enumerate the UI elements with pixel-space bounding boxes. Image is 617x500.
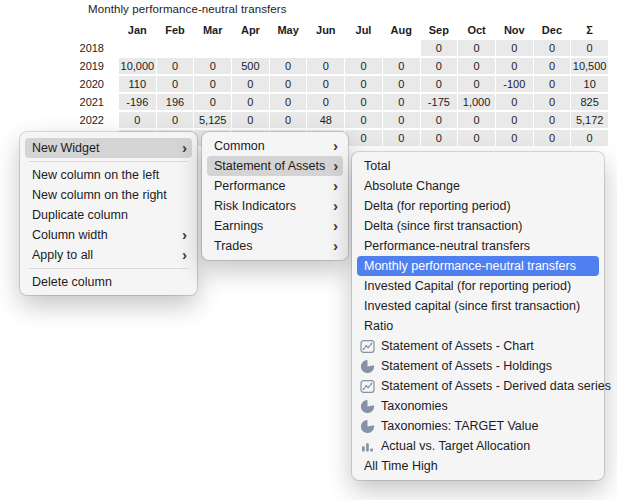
table-cell	[194, 40, 231, 56]
menu-item-monthly-performance-neutral-transfers[interactable]: Monthly performance-neutral transfers	[357, 256, 599, 276]
menu-item-label: Invested Capital (for reporting period)	[364, 276, 594, 296]
table-cell: 0	[383, 76, 420, 92]
menu-item-label: Statement of Assets - Derived data serie…	[381, 376, 611, 396]
table-cell: 0	[270, 76, 307, 92]
menu-item-label: Performance-neutral transfers	[364, 236, 594, 256]
column-header-jun: Jun	[307, 22, 344, 38]
row-year-label: 2021	[4, 94, 118, 110]
table-cell: 0	[421, 76, 458, 92]
table-cell: 110	[119, 76, 156, 92]
menu-item-duplicate-column[interactable]: Duplicate column	[20, 205, 197, 225]
submenu-chevron-icon: ›	[333, 216, 338, 236]
menu-item-label: Duplicate column	[32, 205, 187, 225]
table-cell: 0	[496, 40, 533, 56]
table-corner-cell	[4, 22, 118, 38]
table-cell: 0	[421, 130, 458, 146]
column-header-oct: Oct	[458, 22, 495, 38]
submenu-chevron-icon: ›	[333, 136, 338, 156]
column-header-blank: Σ	[571, 22, 608, 38]
menu-item-label: Earnings	[214, 216, 325, 236]
menu-item-delete-column[interactable]: Delete column	[20, 272, 197, 292]
table-cell: 0	[232, 76, 269, 92]
pie-chart-icon	[360, 359, 375, 374]
menu-item-total[interactable]: Total	[352, 156, 604, 176]
table-cell: 0	[270, 94, 307, 110]
table-cell: 0	[157, 58, 194, 74]
menu-item-ratio[interactable]: Ratio	[352, 316, 604, 336]
table-cell: 0	[345, 58, 382, 74]
table-cell: 0	[571, 40, 608, 56]
menu-item-delta-since-first-transaction[interactable]: Delta (since first transaction)	[352, 216, 604, 236]
column-header-sep: Sep	[421, 22, 458, 38]
statement-of-assets-submenu: TotalAbsolute ChangeDelta (for reporting…	[352, 152, 604, 480]
submenu-chevron-icon: ›	[333, 196, 338, 216]
menu-item-statement-of-assets-derived-data-series[interactable]: Statement of Assets - Derived data serie…	[352, 376, 604, 396]
table-cell: 0	[421, 112, 458, 128]
menu-item-statement-of-assets-chart[interactable]: Statement of Assets - Chart	[352, 336, 604, 356]
table-cell: 0	[157, 112, 194, 128]
menu-item-earnings[interactable]: Earnings›	[202, 216, 348, 236]
menu-item-label: Delta (for reporting period)	[364, 196, 594, 216]
submenu-chevron-icon: ›	[333, 156, 338, 176]
column-header-mar: Mar	[194, 22, 231, 38]
menu-item-actual-vs-target-allocation[interactable]: Actual vs. Target Allocation	[352, 436, 604, 456]
table-cell: -100	[496, 76, 533, 92]
table-cell	[232, 40, 269, 56]
table-cell: 0	[307, 58, 344, 74]
table-cell: 0	[458, 130, 495, 146]
column-header-may: May	[270, 22, 307, 38]
table-cell: 0	[383, 94, 420, 110]
table-cell: 0	[458, 40, 495, 56]
menu-item-label: New Widget	[32, 138, 174, 158]
table-cell: 0	[458, 112, 495, 128]
table-cell: 0	[345, 94, 382, 110]
menu-item-risk-indicators[interactable]: Risk Indicators›	[202, 196, 348, 216]
menu-item-taxonomies-target-value[interactable]: Taxonomies: TARGET Value	[352, 416, 604, 436]
menu-item-label: Monthly performance-neutral transfers	[364, 256, 594, 276]
table-cell: -175	[421, 94, 458, 110]
table-cell: 0	[534, 76, 571, 92]
table-cell: 0	[383, 58, 420, 74]
menu-item-label: Total	[364, 156, 594, 176]
menu-item-label: Column width	[32, 225, 174, 245]
menu-item-performance-neutral-transfers[interactable]: Performance-neutral transfers	[352, 236, 604, 256]
menu-item-new-column-on-the-right[interactable]: New column on the right	[20, 185, 197, 205]
menu-item-performance[interactable]: Performance›	[202, 176, 348, 196]
menu-item-trades[interactable]: Trades›	[202, 236, 348, 256]
menu-item-column-width[interactable]: Column width›	[20, 225, 197, 245]
bar-chart-icon	[360, 439, 375, 454]
row-year-label: 2020	[4, 76, 118, 92]
menu-item-delta-for-reporting-period[interactable]: Delta (for reporting period)	[352, 196, 604, 216]
table-cell: 5,172	[571, 112, 608, 128]
submenu-chevron-icon: ›	[182, 245, 187, 265]
menu-item-label: Taxonomies	[381, 396, 594, 416]
menu-item-common[interactable]: Common›	[202, 136, 348, 156]
menu-item-invested-capital-since-first-transaction[interactable]: Invested capital (since first transactio…	[352, 296, 604, 316]
table-cell: 0	[534, 40, 571, 56]
table-cell: 48	[307, 112, 344, 128]
table-cell	[270, 40, 307, 56]
table-cell: 0	[345, 76, 382, 92]
table-cell: 0	[421, 58, 458, 74]
menu-item-label: Performance	[214, 176, 325, 196]
menu-item-new-widget[interactable]: New Widget›	[25, 138, 192, 158]
column-header-apr: Apr	[232, 22, 269, 38]
table-cell: 0	[270, 112, 307, 128]
menu-item-new-column-on-the-left[interactable]: New column on the left	[20, 165, 197, 185]
submenu-chevron-icon: ›	[333, 236, 338, 256]
menu-item-all-time-high[interactable]: All Time High	[352, 456, 604, 476]
table-cell: 0	[534, 58, 571, 74]
table-cell: 0	[458, 76, 495, 92]
table-cell: 0	[307, 94, 344, 110]
menu-item-apply-to-all[interactable]: Apply to all›	[20, 245, 197, 265]
menu-item-taxonomies[interactable]: Taxonomies	[352, 396, 604, 416]
menu-item-statement-of-assets-holdings[interactable]: Statement of Assets - Holdings	[352, 356, 604, 376]
menu-item-label: Delta (since first transaction)	[364, 216, 594, 236]
table-cell: 0	[496, 58, 533, 74]
table-cell: 0	[458, 58, 495, 74]
table-cell: 0	[496, 112, 533, 128]
column-header-nov: Nov	[496, 22, 533, 38]
menu-item-invested-capital-for-reporting-period[interactable]: Invested Capital (for reporting period)	[352, 276, 604, 296]
menu-item-statement-of-assets[interactable]: Statement of Assets›	[207, 156, 343, 176]
menu-item-absolute-change[interactable]: Absolute Change	[352, 176, 604, 196]
